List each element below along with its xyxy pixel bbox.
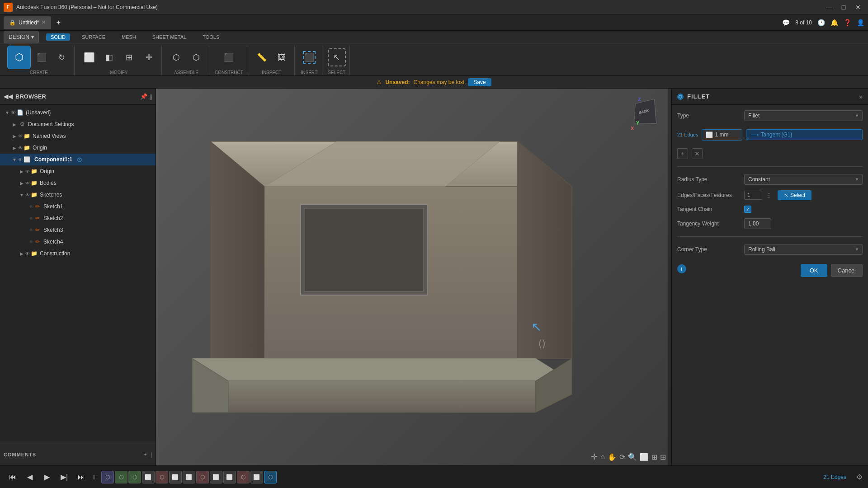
create-main-button[interactable]: ⬡: [7, 46, 31, 69]
select-button[interactable]: ↖: [328, 48, 346, 66]
tree-item-named-views[interactable]: ▶ 👁 📁 Named Views: [0, 130, 156, 142]
tree-item-origin-top[interactable]: ▶ 👁 📁 Origin: [0, 142, 156, 154]
eye-sketch2[interactable]: 👁: [29, 216, 33, 221]
timeline-item-13[interactable]: ⬡: [264, 471, 277, 483]
info-icon[interactable]: i: [677, 264, 686, 273]
view-display-mode[interactable]: ⬜: [640, 453, 649, 461]
help-icon[interactable]: ❓: [844, 19, 851, 26]
mode-tools[interactable]: TOOLS: [198, 33, 224, 41]
insert-button[interactable]: ⬛: [300, 48, 318, 66]
timeline-item-10[interactable]: ⬜: [223, 471, 236, 483]
new-tab-button[interactable]: +: [53, 17, 64, 28]
nav-cube[interactable]: BACK X Y Z: [628, 96, 664, 132]
tangent-chain-checkbox[interactable]: ✓: [744, 206, 751, 213]
eye-unsaved[interactable]: 👁: [11, 110, 16, 115]
browser-pin-icon[interactable]: 📌: [140, 93, 147, 100]
mode-mesh[interactable]: MESH: [117, 33, 141, 41]
fillet-add-button[interactable]: +: [677, 148, 688, 159]
create-revolve-button[interactable]: ↻: [52, 48, 71, 66]
comments-collapse-icon[interactable]: |: [151, 451, 152, 458]
timeline-item-11[interactable]: ⬡: [237, 471, 250, 483]
tree-item-sketch2[interactable]: 👁 ✏ Sketch2: [0, 212, 156, 224]
clock-icon[interactable]: 🕐: [817, 19, 825, 26]
assemble-2-button[interactable]: ⬡: [187, 48, 205, 66]
timeline-item-8[interactable]: ⬡: [196, 471, 209, 483]
view-orbit[interactable]: ⟳: [619, 453, 625, 461]
cancel-button[interactable]: Cancel: [831, 264, 863, 277]
fillet-type-select[interactable]: Fillet: [744, 110, 863, 121]
view-pan[interactable]: ✋: [608, 453, 617, 461]
timeline-item-1[interactable]: ⬡: [101, 471, 114, 483]
tangent-button[interactable]: ⟶ Tangent (G1): [746, 129, 863, 140]
tree-item-construction[interactable]: ▶ 👁 📁 Construction: [0, 248, 156, 259]
inspect-measure-button[interactable]: 📏: [253, 48, 271, 66]
active-tab[interactable]: 🔒 Untitled* ✕: [4, 16, 51, 29]
close-button[interactable]: ✕: [852, 3, 864, 12]
collapse-icon[interactable]: ◀◀: [4, 93, 13, 100]
timeline-end-button[interactable]: ⏭: [74, 470, 89, 484]
minimize-button[interactable]: —: [823, 3, 835, 12]
view-grid[interactable]: ⊞: [651, 453, 657, 461]
tree-item-bodies[interactable]: ▶ 👁 📁 Bodies: [0, 177, 156, 189]
save-button[interactable]: Save: [468, 78, 491, 86]
view-home[interactable]: ⌂: [600, 453, 605, 461]
bell-icon[interactable]: 🔔: [830, 19, 838, 26]
viewport[interactable]: ↖ ⟨⟩ BACK X Y Z ✛ ⌂ ✋ ⟳ 🔍 ⬜ ⊞: [156, 89, 671, 465]
construct-button[interactable]: ⬛: [220, 48, 238, 66]
view-zoom[interactable]: 🔍: [628, 453, 637, 461]
mode-surface[interactable]: SURFACE: [77, 33, 110, 41]
assemble-button[interactable]: ⬡: [167, 48, 185, 66]
timeline-item-7[interactable]: ⬜: [183, 471, 195, 483]
timeline-item-12[interactable]: ⬜: [250, 471, 263, 483]
eye-sketch3[interactable]: 👁: [29, 228, 33, 233]
tree-item-sketches[interactable]: ▼ 👁 📁 Sketches: [0, 189, 156, 201]
dots-button[interactable]: ⋮: [764, 192, 774, 199]
view-tools[interactable]: ✛: [591, 452, 598, 462]
maximize-button[interactable]: □: [837, 3, 850, 12]
tangency-weight-input[interactable]: [744, 218, 771, 229]
tree-item-sketch1[interactable]: 👁 ✏ Sketch1: [0, 201, 156, 212]
tab-close-icon[interactable]: ✕: [42, 19, 46, 25]
timeline-item-6[interactable]: ⬜: [169, 471, 182, 483]
corner-type-select[interactable]: Rolling Ball: [744, 244, 863, 255]
timeline-item-3[interactable]: ⬡: [128, 471, 141, 483]
eye-origin-top[interactable]: 👁: [18, 145, 23, 150]
tree-item-sketch3[interactable]: 👁 ✏ Sketch3: [0, 224, 156, 236]
timeline-settings-button[interactable]: ⚙: [856, 473, 863, 481]
mode-sheet-metal[interactable]: SHEET METAL: [148, 33, 191, 41]
create-extrude-button[interactable]: ⬛: [33, 48, 51, 66]
timeline-step-back-button[interactable]: ⏮: [5, 470, 20, 484]
ok-button[interactable]: OK: [801, 264, 827, 277]
eye-bodies[interactable]: 👁: [25, 181, 30, 186]
eye-construction[interactable]: 👁: [25, 251, 30, 256]
eye-origin-sub[interactable]: 👁: [25, 169, 30, 174]
timeline-item-5[interactable]: ⬡: [156, 471, 168, 483]
eye-sketch4[interactable]: 👁: [29, 239, 33, 244]
browser-options-icon[interactable]: |: [150, 93, 152, 100]
modify-chamfer-button[interactable]: ◧: [100, 48, 118, 66]
tree-item-component1[interactable]: ▼ 👁 ⬜ Component1:1 ⊙: [0, 154, 156, 165]
fillet-expand-button[interactable]: »: [859, 93, 863, 100]
timeline-item-9[interactable]: ⬜: [210, 471, 222, 483]
panel-resize-handle[interactable]: [668, 89, 671, 465]
design-mode-button[interactable]: DESIGN ▾: [4, 31, 39, 43]
mode-solid[interactable]: SOLID: [46, 33, 70, 41]
modify-move-button[interactable]: ✛: [140, 48, 158, 66]
timeline-prev-button[interactable]: ◀: [23, 470, 37, 484]
fillet-remove-button[interactable]: ✕: [692, 148, 703, 159]
timeline-item-2[interactable]: ⬡: [115, 471, 127, 483]
view-more[interactable]: ⊞: [660, 453, 666, 461]
inspect-photo-button[interactable]: 🖼: [273, 48, 291, 66]
radius-type-select[interactable]: Constant: [744, 174, 863, 185]
chat-icon[interactable]: 💬: [782, 19, 790, 26]
eye-sketches[interactable]: 👁: [25, 192, 30, 197]
timeline-play-button[interactable]: ▶: [40, 470, 54, 484]
select-button[interactable]: ↖ Select: [778, 190, 811, 200]
comments-add-icon[interactable]: +: [144, 451, 147, 458]
tree-item-unsaved[interactable]: ▼ 👁 📄 (Unsaved): [0, 107, 156, 118]
tree-item-origin-sub[interactable]: ▶ 👁 📁 Origin: [0, 165, 156, 177]
tree-item-sketch4[interactable]: 👁 ✏ Sketch4: [0, 236, 156, 248]
modify-fillet-button[interactable]: ⬜: [80, 48, 98, 66]
user-icon[interactable]: 👤: [857, 19, 864, 26]
eye-component1[interactable]: 👁: [18, 157, 23, 162]
